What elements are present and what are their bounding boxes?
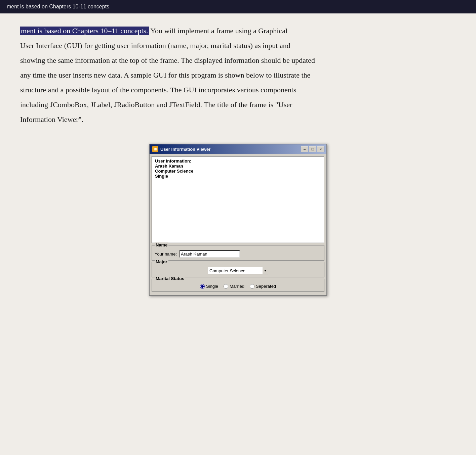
radio-single-text: Single bbox=[206, 284, 218, 289]
info-display-major: Computer Science bbox=[155, 169, 321, 174]
page-container: ment is based on Chapters 10-11 concepts… bbox=[0, 0, 476, 455]
main-paragraph: ment is based on Chapters 10–11 concepts… bbox=[20, 24, 456, 127]
major-select-row: Computer Science Mathematics Physics Bio… bbox=[155, 266, 321, 274]
radio-separated-text: Seperated bbox=[256, 284, 276, 289]
title-controls: – □ × bbox=[301, 146, 324, 152]
major-group-legend: Major bbox=[155, 259, 168, 264]
highlighted-text: ment is based on Chapters 10–11 concepts… bbox=[20, 27, 149, 35]
name-label: Your name: bbox=[155, 252, 177, 257]
window-icon: 🖥 bbox=[152, 146, 158, 152]
info-display-header: User Information: bbox=[155, 158, 321, 164]
header-bar: ment is based on Chapters 10-11 concepts… bbox=[0, 0, 476, 13]
window-title: User Information Viewer bbox=[160, 147, 210, 152]
window-body: User Information: Arash Kaman Computer S… bbox=[150, 154, 326, 295]
header-text: ment is based on Chapters 10-11 concepts… bbox=[7, 4, 111, 10]
title-bar-left: 🖥 User Information Viewer bbox=[152, 146, 210, 152]
radio-row: Single Married Seperated bbox=[155, 282, 321, 289]
info-display-name: Arash Kaman bbox=[155, 164, 321, 169]
info-display-area: User Information: Arash Kaman Computer S… bbox=[152, 156, 324, 243]
major-group-box: Major Computer Science Mathematics Physi… bbox=[152, 262, 324, 277]
radio-single-label[interactable]: Single bbox=[200, 284, 218, 289]
info-display-status: Single bbox=[155, 174, 321, 179]
combo-wrapper: Computer Science Mathematics Physics Bio… bbox=[208, 267, 268, 274]
name-input[interactable] bbox=[180, 250, 240, 258]
gui-container: 🖥 User Information Viewer – □ × User Inf… bbox=[20, 144, 456, 296]
major-select[interactable]: Computer Science Mathematics Physics Bio… bbox=[208, 267, 268, 274]
minimize-button[interactable]: – bbox=[301, 146, 308, 152]
radio-married-label[interactable]: Married bbox=[224, 284, 244, 289]
name-group-box: Name Your name: bbox=[152, 245, 324, 261]
name-group-legend: Name bbox=[155, 242, 168, 247]
icon-symbol: 🖥 bbox=[154, 147, 157, 151]
marital-group-legend: Marital Status bbox=[155, 276, 185, 281]
maximize-button[interactable]: □ bbox=[309, 146, 316, 152]
radio-separated[interactable] bbox=[250, 284, 254, 289]
radio-separated-label[interactable]: Seperated bbox=[250, 284, 276, 289]
marital-group-box: Marital Status Single Married Seperat bbox=[152, 279, 324, 292]
close-button[interactable]: × bbox=[317, 146, 324, 152]
name-input-row: Your name: bbox=[155, 249, 321, 258]
title-bar: 🖥 User Information Viewer – □ × bbox=[150, 144, 326, 154]
window-frame: 🖥 User Information Viewer – □ × User Inf… bbox=[149, 144, 327, 296]
radio-married[interactable] bbox=[224, 284, 228, 289]
radio-married-text: Married bbox=[230, 284, 244, 289]
radio-single[interactable] bbox=[200, 284, 205, 289]
